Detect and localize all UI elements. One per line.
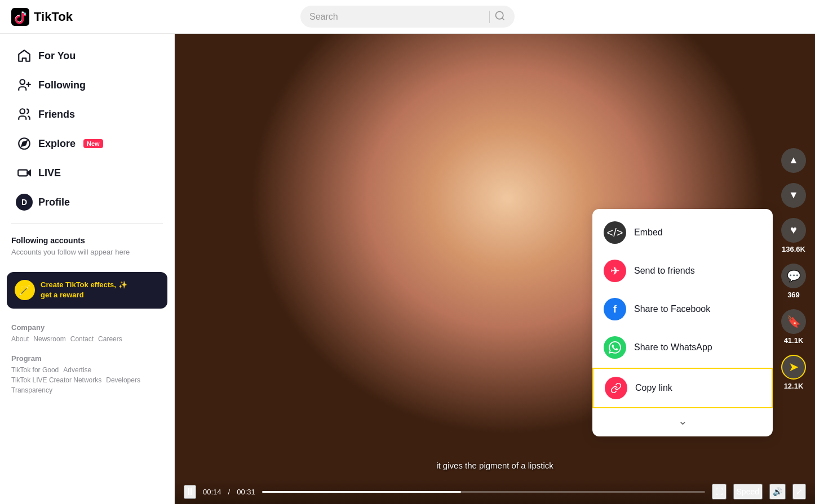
share-action[interactable]: ➤ 12.1K xyxy=(781,355,806,390)
like-icon: ♥ xyxy=(781,218,806,243)
sidebar-item-explore[interactable]: Explore New xyxy=(5,130,170,158)
share-facebook-label: Share to Facebook xyxy=(634,304,710,314)
sidebar-item-friends[interactable]: Friends xyxy=(5,100,170,128)
svg-point-3 xyxy=(20,79,25,84)
video-progress-fill xyxy=(262,491,462,493)
bookmark-icon: 🔖 xyxy=(781,309,806,334)
volume-button[interactable]: 🔊 xyxy=(769,484,786,499)
nav-up-button[interactable]: ▲ xyxy=(781,148,806,173)
friends-label: Friends xyxy=(38,109,75,121)
like-action[interactable]: ♥ 136.6K xyxy=(781,218,806,253)
advertise-link[interactable]: Advertise xyxy=(63,366,91,374)
following-icon xyxy=(16,77,33,93)
send-friends-icon: ✈ xyxy=(604,260,626,282)
create-effects-banner[interactable]: 🪄 Create TikTok effects, ✨ get a reward xyxy=(7,272,167,308)
svg-rect-7 xyxy=(18,170,27,176)
header: TikTok xyxy=(0,0,815,34)
developers-link[interactable]: Developers xyxy=(106,376,140,384)
comment-count: 369 xyxy=(787,291,800,299)
fullscreen-button[interactable]: ⛶ xyxy=(712,484,727,499)
sidebar-item-profile[interactable]: D Profile xyxy=(5,188,170,216)
share-whatsapp-label: Share to WhatsApp xyxy=(634,342,712,353)
share-facebook-item[interactable]: f Share to Facebook xyxy=(592,290,773,328)
bookmark-action[interactable]: 🔖 41.1K xyxy=(781,309,806,345)
tiktok-for-good-link[interactable]: TikTok for Good xyxy=(11,366,59,374)
video-time-current: 00:14 xyxy=(203,488,222,496)
expand-button[interactable]: ⤢ xyxy=(792,484,806,499)
footer-program: Program TikTok for Good Advertise TikTok… xyxy=(0,349,174,400)
share-embed-item[interactable]: </> Embed xyxy=(592,213,773,252)
search-input[interactable] xyxy=(309,12,485,22)
sidebar-item-following[interactable]: Following xyxy=(5,71,170,99)
svg-point-1 xyxy=(496,12,503,19)
following-label: Following xyxy=(38,79,86,91)
footer-company: Company About Newsroom Contact Careers xyxy=(0,318,174,349)
transparency-link[interactable]: Transparency xyxy=(11,386,52,394)
search-icon xyxy=(494,10,506,21)
share-friends-item[interactable]: ✈ Send to friends xyxy=(592,252,773,290)
program-title: Program xyxy=(11,354,163,363)
home-icon xyxy=(16,47,33,64)
effects-icon: 🪄 xyxy=(15,280,35,300)
comment-icon: 💬 xyxy=(781,264,806,288)
live-creator-link[interactable]: TikTok LIVE Creator Networks xyxy=(11,376,101,384)
share-dropdown: </> Embed ✈ Send to friends f Share to F… xyxy=(592,209,773,436)
video-caption: it gives the pigment of a lipstick xyxy=(436,461,553,470)
tiktok-logo[interactable]: TikTok xyxy=(11,8,73,26)
video-time-total: 00:31 xyxy=(237,488,255,496)
sidebar-item-for-you[interactable]: For You xyxy=(5,42,170,70)
following-accounts-title: Following accounts xyxy=(11,236,163,245)
profile-label: Profile xyxy=(38,197,70,208)
video-controls: ⏸ 00:14 / 00:31 ⛶ Speed 🔊 ⤢ xyxy=(175,479,815,504)
comment-action[interactable]: 💬 369 xyxy=(781,264,806,299)
play-pause-button[interactable]: ⏸ xyxy=(184,485,196,499)
chevron-down-icon: ⌄ xyxy=(678,414,688,427)
svg-point-4 xyxy=(20,109,25,114)
logo-text: TikTok xyxy=(34,10,73,24)
explore-icon xyxy=(16,135,33,152)
share-whatsapp-item[interactable]: Share to WhatsApp xyxy=(592,328,773,367)
live-icon xyxy=(16,164,33,181)
share-copylink-item[interactable]: Copy link xyxy=(592,368,773,408)
share-more-button[interactable]: ⌄ xyxy=(592,409,773,432)
about-link[interactable]: About xyxy=(11,335,29,343)
video-container[interactable]: it gives the pigment of a lipstick ⏸ 00:… xyxy=(175,34,815,504)
search-bar xyxy=(300,6,515,28)
send-friends-label: Send to friends xyxy=(634,266,695,276)
share-icon: ➤ xyxy=(781,355,806,380)
search-container xyxy=(300,6,515,28)
like-count: 136.6K xyxy=(782,245,805,253)
svg-marker-6 xyxy=(21,141,26,146)
new-badge: New xyxy=(83,139,103,148)
program-links: TikTok for Good Advertise TikTok LIVE Cr… xyxy=(11,366,163,394)
copy-link-label: Copy link xyxy=(635,383,672,393)
tiktok-logo-icon xyxy=(11,8,29,26)
following-accounts-desc: Accounts you follow will appear here xyxy=(11,247,163,257)
copylink-icon xyxy=(605,377,627,399)
svg-line-2 xyxy=(502,18,504,20)
live-label: LIVE xyxy=(38,167,61,179)
search-divider xyxy=(489,11,490,23)
for-you-label: For You xyxy=(38,50,76,62)
video-time-separator: / xyxy=(228,488,231,496)
profile-avatar-icon: D xyxy=(16,194,33,211)
sidebar-divider xyxy=(11,223,163,224)
nav-down-button[interactable]: ▼ xyxy=(781,183,806,208)
newsroom-link[interactable]: Newsroom xyxy=(33,335,65,343)
embed-label: Embed xyxy=(634,228,663,238)
careers-link[interactable]: Careers xyxy=(98,335,122,343)
sidebar-item-live[interactable]: LIVE xyxy=(5,159,170,187)
video-content: it gives the pigment of a lipstick ⏸ 00:… xyxy=(175,34,815,504)
contact-link[interactable]: Contact xyxy=(70,335,94,343)
share-count: 12.1K xyxy=(784,382,804,390)
whatsapp-icon xyxy=(604,336,626,359)
speed-button[interactable]: Speed xyxy=(733,484,763,499)
bookmark-count: 41.1K xyxy=(784,336,804,345)
sidebar: For You Following Friends xyxy=(0,34,175,504)
video-progress-bar[interactable] xyxy=(262,491,705,493)
friends-icon xyxy=(16,106,33,123)
company-title: Company xyxy=(11,323,163,332)
search-button[interactable] xyxy=(494,10,506,23)
explore-label: Explore xyxy=(38,138,76,150)
create-banner-text: Create TikTok effects, ✨ get a reward xyxy=(41,280,127,300)
